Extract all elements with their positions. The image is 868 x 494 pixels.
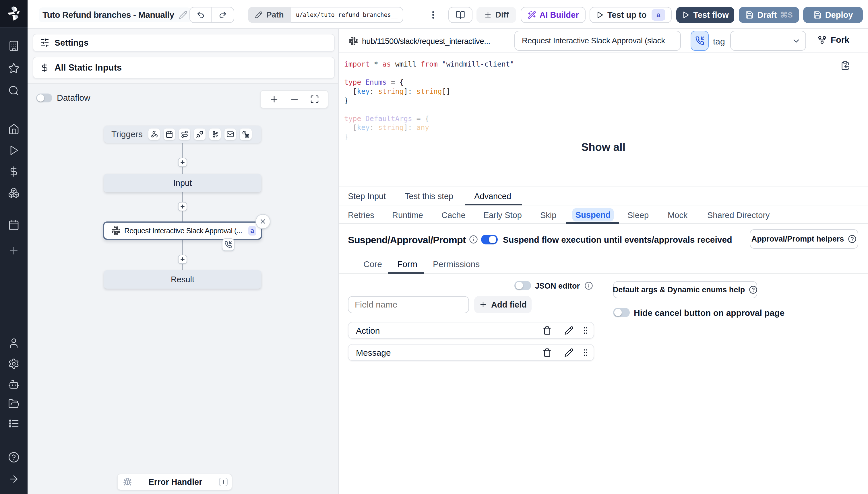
slack-icon — [112, 226, 120, 235]
kafka-trigger-button[interactable] — [209, 129, 221, 140]
subtab-runtime[interactable]: Runtime — [392, 211, 423, 220]
path-group: Path — [248, 7, 403, 23]
fork-button[interactable]: Fork — [817, 35, 849, 45]
flow-canvas[interactable]: Dataflow Triggers Input — [27, 83, 338, 494]
add-step-plus-button[interactable] — [178, 158, 187, 167]
diff-label: Diff — [495, 10, 509, 19]
subtab-sleep[interactable]: Sleep — [627, 211, 649, 220]
tag-select[interactable] — [730, 31, 806, 51]
triggers-bar[interactable]: Triggers — [104, 126, 261, 143]
help-icon[interactable] — [8, 452, 19, 463]
redo-button[interactable] — [212, 7, 234, 22]
variables-dollar-icon[interactable] — [8, 166, 19, 177]
runs-play-icon[interactable] — [8, 145, 19, 156]
suspend-phone-badge[interactable] — [222, 239, 235, 251]
approval-prompt-helpers-button[interactable]: Approval/Prompt helpers — [750, 229, 858, 249]
path-chip[interactable]: Path — [248, 7, 291, 23]
copy-code-clipboard-icon[interactable] — [841, 61, 850, 70]
add-plus-icon[interactable] — [8, 245, 19, 256]
ai-builder-button[interactable]: AI Builder — [521, 7, 586, 23]
step-name-input[interactable] — [514, 31, 681, 51]
tab-permissions[interactable]: Permissions — [433, 259, 480, 269]
code-editor[interactable]: import * as wmill from "windmill-client"… — [344, 60, 514, 141]
plus-icon — [479, 301, 487, 309]
logs-list-icon[interactable] — [8, 418, 19, 429]
dataflow-toggle[interactable] — [36, 94, 52, 102]
subtab-mock[interactable]: Mock — [668, 211, 687, 220]
field-row-action[interactable] — [348, 322, 594, 339]
tab-test-this-step[interactable]: Test this step — [405, 192, 453, 201]
json-editor-toggle[interactable] — [514, 281, 531, 290]
hide-cancel-toggle[interactable] — [613, 308, 630, 317]
info-icon[interactable] — [469, 235, 478, 244]
hub-script-path[interactable]: hub/11500/slack/request_interactive... — [362, 37, 490, 46]
zoom-in-icon[interactable] — [269, 94, 279, 104]
slack-approval-step-node[interactable]: Request Interactive Slack Approval (... … — [103, 222, 262, 240]
more-menu-kebab-icon[interactable] — [428, 10, 438, 20]
suspend-phone-toggle-button[interactable] — [690, 31, 709, 51]
delete-field-trash-icon[interactable] — [542, 348, 552, 357]
settings-card[interactable]: Settings — [33, 34, 335, 52]
delete-field-trash-icon[interactable] — [542, 326, 552, 335]
deploy-button[interactable]: Deploy — [803, 7, 863, 23]
user-icon[interactable] — [8, 337, 19, 349]
edit-title-pencil-icon[interactable] — [179, 11, 187, 19]
home-icon[interactable] — [8, 124, 19, 135]
subtab-retries[interactable]: Retries — [348, 211, 374, 220]
edit-field-pencil-icon[interactable] — [564, 348, 573, 357]
settings-gear-icon[interactable] — [8, 358, 19, 369]
docs-button[interactable] — [448, 7, 473, 23]
input-node[interactable]: Input — [104, 174, 261, 192]
websocket-trigger-button[interactable] — [194, 129, 205, 140]
tab-core[interactable]: Core — [363, 259, 382, 269]
draft-button[interactable]: Draft ⌘S — [739, 7, 799, 23]
expand-arrow-icon[interactable] — [8, 473, 19, 485]
drag-field-grip-icon[interactable] — [581, 348, 590, 357]
resources-boxes-icon[interactable] — [8, 187, 19, 198]
tab-step-input[interactable]: Step Input — [348, 192, 386, 201]
subtab-shared-directory[interactable]: Shared Directory — [707, 211, 770, 220]
search-icon[interactable] — [8, 85, 19, 96]
email-trigger-button[interactable] — [224, 129, 236, 140]
info-icon[interactable] — [585, 281, 593, 290]
diff-button[interactable]: Diff — [477, 7, 516, 23]
tab-form-active[interactable]: Form — [397, 259, 417, 269]
add-error-handler-button[interactable] — [219, 478, 228, 486]
add-field-button[interactable]: Add field — [474, 296, 532, 313]
fit-view-icon[interactable] — [310, 95, 319, 104]
schedule-trigger-button[interactable] — [164, 129, 175, 140]
field-name-input[interactable] — [348, 296, 469, 313]
subtab-skip[interactable]: Skip — [540, 211, 556, 220]
result-node[interactable]: Result — [104, 270, 261, 289]
drag-field-grip-icon[interactable] — [581, 326, 590, 335]
http-route-trigger-button[interactable] — [179, 129, 190, 140]
all-static-inputs-card[interactable]: All Static Inputs — [33, 57, 335, 79]
error-handler-node[interactable]: Error Handler — [117, 474, 232, 490]
show-all-code-button[interactable]: Show all — [339, 141, 868, 153]
favorites-star-icon[interactable] — [8, 62, 19, 74]
subtab-early-stop[interactable]: Early Stop — [483, 211, 522, 220]
edit-field-pencil-icon[interactable] — [564, 326, 573, 335]
workspace-icon[interactable] — [8, 40, 19, 52]
suspend-enabled-toggle[interactable] — [481, 235, 498, 244]
flow-title[interactable]: Tuto Refund branches - Manually — [39, 7, 191, 22]
schedules-calendar-icon[interactable] — [8, 219, 19, 231]
zoom-out-icon[interactable] — [290, 94, 299, 104]
tab-advanced-active[interactable]: Advanced — [474, 192, 511, 201]
test-up-to-step-badge[interactable]: a — [651, 9, 665, 21]
default-args-help-button[interactable]: Default args & Dynamic enums help — [613, 281, 757, 298]
delete-step-button[interactable] — [256, 214, 271, 229]
workers-bot-icon[interactable] — [8, 379, 19, 390]
path-input[interactable] — [291, 7, 403, 23]
windmill-logo[interactable] — [0, 0, 27, 27]
add-step-plus-button[interactable] — [178, 202, 187, 211]
undo-button[interactable] — [190, 7, 212, 22]
webhook-trigger-button[interactable] — [148, 129, 160, 140]
subtab-cache[interactable]: Cache — [441, 211, 466, 220]
subtab-suspend-active[interactable]: Suspend — [572, 208, 614, 222]
add-step-plus-button[interactable] — [178, 255, 187, 264]
folders-icon[interactable] — [8, 398, 19, 410]
test-up-to-button[interactable]: Test up to a — [590, 7, 672, 23]
test-flow-button[interactable]: Test flow — [676, 7, 734, 23]
postgres-poll-trigger-button[interactable] — [240, 129, 252, 140]
